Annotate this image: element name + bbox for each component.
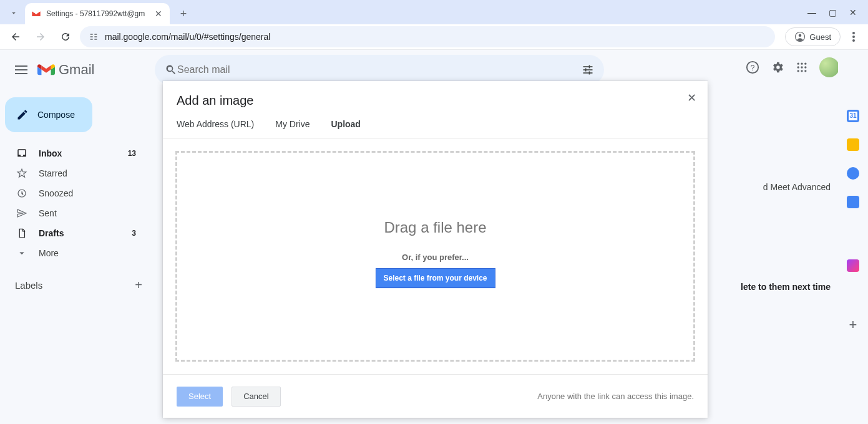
tasks-app-icon[interactable] [847, 167, 859, 180]
addon-icon[interactable] [847, 259, 859, 272]
svg-rect-9 [585, 69, 587, 72]
sidebar-item-snoozed[interactable]: Snoozed [0, 183, 147, 203]
add-label-button[interactable]: + [135, 278, 142, 292]
sidebar-item-drafts[interactable]: Drafts 3 [0, 223, 147, 243]
pencil-icon [16, 108, 29, 121]
hamburger-icon [15, 65, 27, 74]
compose-button[interactable]: Compose [5, 97, 92, 132]
svg-rect-6 [583, 69, 593, 70]
search-input[interactable] [177, 64, 582, 75]
tab-search-button[interactable] [2, 2, 25, 24]
url-text: mail.google.com/mail/u/0/#settings/gener… [105, 32, 270, 42]
svg-point-14 [801, 63, 802, 65]
tab-my-drive[interactable]: My Drive [275, 119, 310, 138]
svg-point-4 [852, 39, 855, 42]
arrow-right-icon [35, 31, 46, 42]
window-controls: — ▢ ✕ [807, 0, 868, 24]
upload-dropzone[interactable]: Drag a file here Or, if you prefer... Se… [175, 151, 695, 362]
arrow-left-icon [10, 31, 21, 42]
close-window-button[interactable]: ✕ [849, 7, 857, 17]
inbox-icon [16, 148, 27, 159]
gmail-logo[interactable]: Gmail [37, 62, 94, 78]
svg-point-19 [797, 70, 799, 72]
labels-title: Labels [15, 280, 42, 291]
profile-label: Guest [809, 32, 831, 42]
svg-point-20 [801, 70, 802, 72]
cancel-button[interactable]: Cancel [232, 387, 280, 407]
header-actions: ? [746, 57, 839, 77]
select-file-button[interactable]: Select a file from your device [375, 268, 495, 288]
file-icon [16, 228, 27, 239]
tune-icon[interactable] [582, 64, 594, 76]
sidebar-item-inbox[interactable]: Inbox 13 [0, 143, 147, 163]
new-tab-button[interactable]: + [175, 5, 192, 22]
tab-close-button[interactable]: ✕ [154, 9, 163, 19]
sidebar-item-label: Inbox [39, 148, 62, 158]
svg-text:?: ? [751, 64, 755, 72]
tab-web-address[interactable]: Web Address (URL) [177, 119, 254, 138]
help-icon[interactable]: ? [746, 60, 759, 74]
browser-tab-strip: Settings - 578117992wtt@gm ✕ + — ▢ ✕ [0, 0, 868, 24]
dialog-close-button[interactable]: ✕ [687, 91, 696, 105]
svg-point-3 [852, 36, 855, 38]
tab-title: Settings - 578117992wtt@gm [46, 9, 149, 18]
gmail-logo-icon [37, 63, 55, 77]
profile-chip[interactable]: Guest [785, 27, 841, 46]
sidebar-item-sent[interactable]: Sent [0, 203, 147, 223]
back-button[interactable] [5, 26, 26, 47]
sidebar-item-label: Snoozed [39, 188, 73, 198]
apps-grid-icon[interactable] [796, 61, 808, 74]
kebab-icon [852, 32, 855, 42]
reload-button[interactable] [55, 26, 76, 47]
keep-app-icon[interactable] [847, 138, 859, 151]
sidebar-item-starred[interactable]: Starred [0, 163, 147, 183]
dropzone-heading: Drag a file here [375, 219, 495, 236]
contacts-app-icon[interactable] [847, 196, 859, 208]
main-menu-button[interactable] [7, 56, 35, 84]
companion-rail: 31 + [838, 50, 868, 424]
browser-menu-button[interactable] [844, 32, 863, 42]
get-addons-button[interactable]: + [849, 317, 857, 333]
sidebar-item-label: More [39, 248, 59, 258]
labels-header: Labels + [0, 267, 155, 292]
dialog-footer: Select Cancel Anyone with the link can a… [163, 374, 708, 418]
maximize-button[interactable]: ▢ [829, 7, 837, 17]
minimize-button[interactable]: — [807, 7, 816, 17]
search-icon [165, 64, 177, 76]
sidebar-item-label: Drafts [39, 228, 64, 238]
calendar-app-icon[interactable]: 31 [847, 110, 859, 122]
svg-point-15 [804, 63, 806, 65]
gmail-favicon-icon [31, 9, 41, 19]
forward-button[interactable] [30, 26, 51, 47]
person-circle-icon [794, 31, 806, 42]
bg-tab-fragment: d Meet Advanced [763, 182, 831, 192]
svg-point-17 [801, 66, 802, 68]
site-settings-icon [89, 32, 99, 42]
dropzone-or-text: Or, if you prefer... [375, 253, 495, 262]
url-field[interactable]: mail.google.com/mail/u/0/#settings/gener… [80, 26, 775, 47]
svg-point-18 [804, 66, 806, 68]
account-avatar[interactable] [819, 57, 839, 77]
compose-label: Compose [37, 110, 75, 120]
select-button[interactable]: Select [177, 387, 223, 407]
browser-tab[interactable]: Settings - 578117992wtt@gm ✕ [25, 3, 170, 24]
left-nav: Compose Inbox 13 Starred Snoozed Sent [0, 50, 155, 424]
reload-icon [60, 31, 71, 42]
svg-rect-5 [583, 66, 593, 67]
clock-icon [16, 188, 27, 199]
svg-rect-8 [589, 65, 590, 69]
tab-upload[interactable]: Upload [331, 119, 360, 138]
star-icon [16, 168, 27, 179]
dialog-tabs: Web Address (URL) My Drive Upload [163, 108, 708, 138]
settings-gear-icon[interactable] [771, 60, 784, 74]
sidebar-item-more[interactable]: More [0, 243, 147, 263]
svg-rect-7 [583, 72, 593, 74]
add-image-dialog: Add an image ✕ Web Address (URL) My Driv… [163, 81, 708, 418]
drafts-count: 3 [132, 229, 136, 238]
sidebar-item-label: Sent [39, 208, 57, 218]
address-bar: mail.google.com/mail/u/0/#settings/gener… [0, 24, 868, 50]
svg-point-16 [797, 66, 799, 68]
search-bar[interactable] [155, 55, 604, 85]
svg-rect-10 [589, 72, 590, 75]
svg-point-2 [852, 32, 855, 34]
